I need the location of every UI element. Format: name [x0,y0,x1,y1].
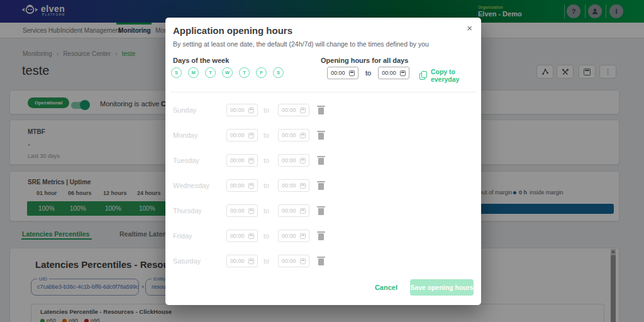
calendar-icon[interactable] [400,70,406,76]
start-time-input[interactable]: 00:00 [226,255,258,267]
save-opening-hours-button[interactable]: Save opening hours [410,279,474,296]
end-time-input[interactable]: 00:00 [278,104,309,116]
calendar-icon [248,183,254,189]
end-time-input[interactable]: 00:00 [278,230,309,242]
start-time-input[interactable]: 00:00 [226,230,258,242]
day-row-monday: Monday 00:00 to 00:00 [173,123,474,148]
calendar-icon [300,133,306,138]
modal-title: Application opening hours [173,25,292,36]
day-selector: S M T W T F S [171,67,284,78]
day-label: Wednesday [173,182,226,189]
days-of-week-label: Days of the week [173,57,229,64]
cancel-button[interactable]: Cancel [375,284,397,291]
calendar-icon [248,233,254,239]
close-icon[interactable]: × [467,23,472,33]
modal-subtitle: By setting at least one date, the defaul… [173,40,429,48]
calendar-icon [248,108,254,113]
calendar-icon [248,158,254,164]
day-circle-sat[interactable]: S [273,67,284,78]
calendar-icon [300,158,306,164]
start-time-input[interactable]: 00:00 [226,129,258,142]
start-time-input[interactable]: 00:00 [226,204,258,217]
day-label: Thursday [173,207,226,214]
calendar-icon [248,208,254,214]
trash-icon[interactable] [318,258,324,265]
calendar-icon [300,183,306,189]
trash-icon[interactable] [318,183,324,190]
day-circle-tue[interactable]: T [205,67,216,78]
day-circle-sun[interactable]: S [171,67,182,78]
calendar-icon [300,258,306,264]
calendar-icon[interactable] [349,70,355,76]
opening-hours-modal: Application opening hours × By setting a… [165,18,481,305]
end-time-input[interactable]: 00:00 [278,204,309,217]
day-label: Tuesday [173,157,226,164]
day-row-thursday: Thursday 00:00 to 00:00 [173,198,474,223]
start-time-input[interactable]: 00:00 [226,179,258,192]
end-time-input[interactable]: 00:00 [278,255,309,267]
trash-icon[interactable] [318,233,324,240]
end-time-input[interactable]: 00:00 [278,179,309,192]
calendar-icon [248,258,254,264]
day-label: Monday [173,131,226,139]
day-row-tuesday: Tuesday 00:00 to 00:00 [173,148,474,173]
all-days-hours-row: 00:00 to 00:00 [327,67,409,79]
end-time-input[interactable]: 00:00 [278,129,309,142]
day-circle-mon[interactable]: M [188,67,199,78]
day-row-friday: Friday 00:00 to 00:00 [173,223,474,248]
start-time-input[interactable]: 00:00 [226,104,258,116]
all-days-end-input[interactable]: 00:00 [378,67,409,79]
day-label: Saturday [173,257,226,265]
trash-icon[interactable] [318,208,324,215]
day-label: Sunday [173,106,226,114]
end-time-input[interactable]: 00:00 [278,154,309,167]
day-circle-fri[interactable]: F [256,67,267,78]
trash-icon[interactable] [318,133,324,140]
calendar-icon [300,233,306,239]
day-row-saturday: Saturday 00:00 to 00:00 [173,248,474,274]
opening-hours-label: Opening hours for all days [321,57,408,64]
day-circle-wed[interactable]: W [222,67,233,78]
day-label: Friday [173,232,226,240]
calendar-icon [300,108,306,113]
day-circle-thu[interactable]: T [239,67,250,78]
modal-footer: Cancel Save opening hours [375,279,474,296]
day-row-sunday: Sunday 00:00 to 00:00 [173,97,474,123]
calendar-icon [248,133,254,138]
all-days-start-input[interactable]: 00:00 [327,67,358,79]
day-row-wednesday: Wednesday 00:00 to 00:00 [173,173,474,198]
copy-icon [419,71,427,80]
modal-divider [170,92,476,92]
copy-to-everyday-link[interactable]: Copy to everyday [419,68,481,83]
trash-icon[interactable] [318,158,324,165]
trash-icon[interactable] [318,108,324,114]
start-time-input[interactable]: 00:00 [226,154,258,167]
calendar-icon [300,208,306,214]
